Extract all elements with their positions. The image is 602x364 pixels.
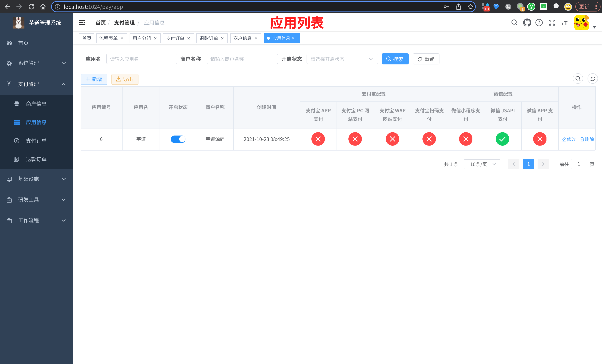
svg-text:1: 1 (521, 7, 524, 11)
svg-text:10: 10 (484, 7, 489, 11)
